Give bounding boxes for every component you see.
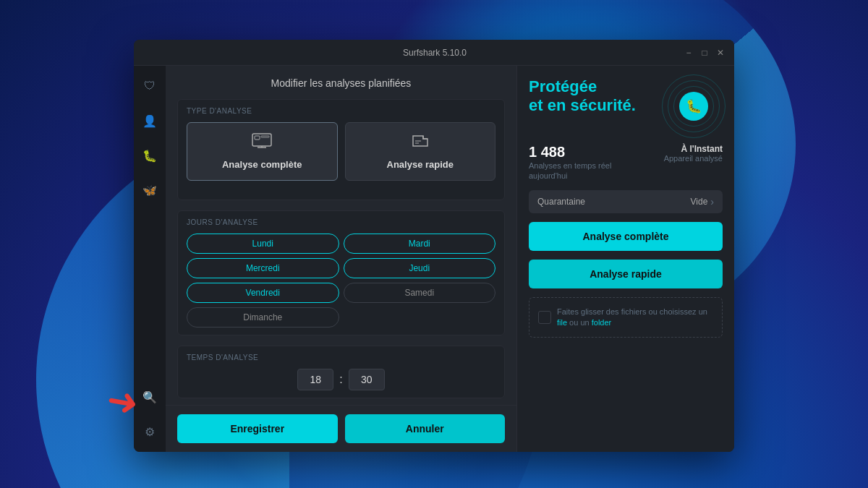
time-hours[interactable] [297, 369, 333, 390]
sidebar-item-bug[interactable]: 🐛 [138, 144, 161, 167]
quarantine-value: Vide › [691, 196, 714, 207]
bug-circle: 🐛 [679, 92, 708, 121]
complete-icon [195, 133, 330, 153]
drop-zone-checkbox[interactable] [538, 311, 551, 324]
drop-text-between: ou un [567, 318, 592, 327]
svg-rect-4 [261, 136, 269, 137]
drop-text-before: Faites glisser des fichiers ou choisisse… [557, 307, 707, 316]
time-minutes[interactable] [349, 369, 385, 390]
day-jeudi[interactable]: Jeudi [344, 258, 496, 278]
day-dimanche[interactable]: Dimanche [187, 307, 339, 328]
rapid-label: Analyse rapide [387, 159, 454, 170]
window-controls: − □ ✕ [684, 48, 726, 58]
quarantine-label: Quarantaine [537, 197, 585, 207]
days-section-label: JOURS D'ANALYSE [187, 218, 495, 226]
minimize-button[interactable]: − [684, 48, 694, 58]
sidebar-item-shield[interactable]: 🛡 [138, 74, 161, 98]
analysis-types: Analyse complète [187, 122, 495, 181]
stat-label: Analyses en temps réelaujourd'hui [529, 160, 657, 181]
stat-number: 1 488 [529, 144, 657, 160]
day-samedi[interactable]: Samedi [344, 283, 496, 303]
status-line2: et en sécurité. [529, 96, 658, 115]
close-button[interactable]: ✕ [715, 48, 726, 58]
window-body: 🛡 👤 🐛 🦋 🔍 ⚙ Modifier les analyses planif… [134, 66, 734, 452]
cancel-button[interactable]: Annuler [345, 414, 506, 443]
sidebar-item-settings[interactable]: ⚙ [138, 420, 161, 443]
right-panel: Protégée et en sécurité. 🐛 [517, 66, 734, 452]
rapid-scan-button[interactable]: Analyse rapide [529, 260, 723, 288]
main-window: Surfshark 5.10.0 − □ ✕ 🛡 👤 🐛 🦋 🔍 ⚙ Modif… [134, 40, 734, 452]
svg-rect-3 [255, 136, 260, 140]
stat-instant: À l'Instant Appareil analysé [664, 144, 723, 163]
left-panel: Modifier les analyses planifiées TYPE D'… [166, 66, 517, 452]
type-section-label: TYPE D'ANALYSE [187, 107, 495, 115]
day-mardi[interactable]: Mardi [344, 234, 496, 254]
drop-link-file[interactable]: file [557, 318, 567, 327]
status-header: Protégée et en sécurité. 🐛 [529, 77, 723, 135]
save-button[interactable]: Enregistrer [177, 414, 338, 443]
time-section: TEMPS D'ANALYSE : [177, 346, 505, 398]
drop-zone-text: Faites glisser des fichiers ou choisisse… [557, 307, 713, 329]
sidebar-item-person[interactable]: 👤 [138, 109, 161, 132]
time-row: : [187, 369, 495, 390]
day-mercredi[interactable]: Mercredi [187, 258, 339, 278]
stats-row: 1 488 Analyses en temps réelaujourd'hui … [529, 144, 723, 181]
quarantine-row[interactable]: Quarantaine Vide › [529, 190, 723, 213]
instant-label: À l'Instant [664, 144, 723, 154]
drop-link-folder[interactable]: folder [592, 318, 612, 327]
sidebar-item-search[interactable]: 🔍 [138, 385, 161, 408]
quarantine-status: Vide [691, 197, 708, 207]
bottom-buttons: Enregistrer Annuler [166, 405, 516, 452]
rapid-icon [353, 133, 488, 153]
analysis-rapid-btn[interactable]: Analyse rapide [345, 122, 496, 181]
time-colon: : [339, 373, 342, 386]
full-scan-button[interactable]: Analyse complète [529, 222, 723, 251]
titlebar: Surfshark 5.10.0 − □ ✕ [134, 40, 734, 66]
left-panel-scroll: Modifier les analyses planifiées TYPE D'… [166, 66, 516, 405]
window-title: Surfshark 5.10.0 [403, 48, 467, 58]
day-vendredi[interactable]: Vendredi [187, 283, 339, 303]
day-lundi[interactable]: Lundi [187, 234, 339, 254]
stat-count: 1 488 Analyses en temps réelaujourd'hui [529, 144, 657, 181]
complete-label: Analyse complète [222, 159, 302, 170]
drop-zone[interactable]: Faites glisser des fichiers ou choisisse… [529, 297, 723, 338]
content-area: Modifier les analyses planifiées TYPE D'… [166, 66, 734, 452]
panel-title: Modifier les analyses planifiées [177, 77, 505, 89]
days-grid: Lundi Mardi Mercredi Jeudi Vendredi Same… [187, 234, 495, 328]
chevron-icon: › [710, 196, 714, 207]
sidebar-item-dragon[interactable]: 🦋 [138, 179, 161, 202]
time-section-label: TEMPS D'ANALYSE [187, 354, 495, 361]
type-section: TYPE D'ANALYSE [177, 99, 505, 200]
analysis-complete-btn[interactable]: Analyse complète [187, 122, 338, 181]
days-section: JOURS D'ANALYSE Lundi Mardi Mercredi Jeu… [177, 210, 505, 335]
shield-circle-area: 🐛 [665, 77, 723, 135]
maximize-button[interactable]: □ [699, 48, 710, 58]
instant-sub: Appareil analysé [664, 154, 723, 163]
status-text: Protégée et en sécurité. [529, 77, 658, 116]
status-line1: Protégée [529, 77, 658, 96]
